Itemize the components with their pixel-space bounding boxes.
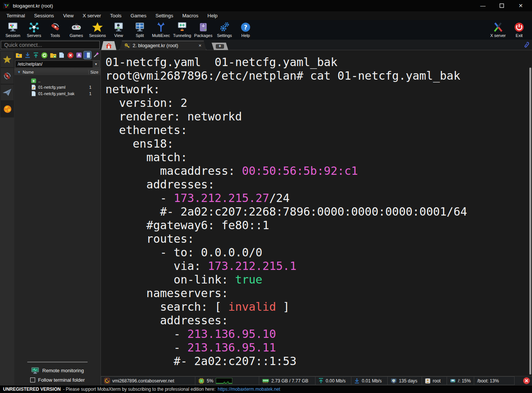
checkbox-icon[interactable]	[30, 378, 35, 382]
menu-games[interactable]: Games	[127, 12, 151, 19]
path-value: /etc/netplan/	[15, 62, 93, 67]
menu-terminal[interactable]: Terminal	[2, 12, 29, 19]
session-tab[interactable]: 2. blogagent.kr (root) ×	[119, 41, 206, 50]
paperclip-icon[interactable]	[524, 42, 529, 48]
session-label: Session	[5, 33, 20, 38]
upload-speed-icon	[319, 378, 323, 384]
help-button[interactable]: ? Help	[235, 21, 256, 38]
user-icon	[425, 378, 430, 384]
download-icon[interactable]	[24, 51, 31, 59]
panel-toggle-icon[interactable]	[84, 51, 91, 59]
servers-button[interactable]: Servers	[23, 21, 45, 38]
column-size-header[interactable]: Size	[88, 70, 101, 74]
file-row-yaml[interactable]: 01-netcfg.yaml 1	[14, 84, 101, 90]
vtab-sftp[interactable]	[0, 101, 14, 117]
terminal-scrollbar[interactable]	[529, 68, 531, 375]
menu-settings[interactable]: Settings	[152, 12, 178, 19]
new-tab-button[interactable]: +	[212, 43, 228, 50]
vtab-tools[interactable]	[0, 68, 14, 84]
status-uptime-text: 135 days	[399, 378, 418, 384]
maximize-button[interactable]	[493, 1, 510, 11]
footer-link[interactable]: https://mobaxterm.mobatek.net	[218, 387, 280, 392]
file-name: ..	[38, 79, 89, 83]
vtab-sessions[interactable]	[0, 51, 14, 68]
menu-tools[interactable]: Tools	[106, 12, 125, 19]
follow-terminal-folder-checkbox[interactable]: Follow terminal folder	[30, 377, 85, 383]
chevron-down-icon[interactable]: ▾	[93, 61, 99, 68]
multiexec-button[interactable]: MultiExec	[150, 21, 172, 38]
status-close-button[interactable]	[521, 376, 532, 385]
xserver-button[interactable]: X server	[487, 21, 509, 38]
remote-monitoring-label: Remote monitoring	[42, 368, 84, 373]
terminal-line: #- 2a02:c207:2268:7896:0000:0000:0000:00…	[105, 205, 532, 219]
terminal-pane[interactable]: 01-netcfg.yaml 01-netcfg.yaml_bakroot@vm…	[101, 50, 532, 376]
file-row-parent[interactable]: ..	[14, 77, 101, 84]
home-tab[interactable]	[101, 41, 116, 50]
terminal-line: - 213.136.95.10	[105, 327, 532, 341]
session-tab-close-icon[interactable]: ×	[198, 43, 202, 48]
menu-view[interactable]: View	[59, 12, 78, 19]
refresh-icon[interactable]	[41, 51, 48, 59]
remote-monitoring-button[interactable]: Remote monitoring	[31, 367, 84, 374]
sessions-star-icon	[92, 22, 103, 33]
terminal-line: on-link: true	[105, 273, 532, 287]
file-size: 1	[89, 85, 101, 89]
help-icon: ?	[240, 22, 251, 33]
quick-connect-input[interactable]	[1, 41, 100, 49]
exit-button[interactable]: Exit	[509, 21, 530, 38]
status-spacer	[515, 376, 521, 385]
new-file-icon[interactable]	[58, 51, 66, 59]
footer-text: - Please support MobaXterm by subscribin…	[63, 387, 216, 392]
tools-label: Tools	[50, 33, 60, 38]
delete-icon[interactable]	[66, 51, 74, 59]
terminal-line: routes:	[105, 232, 532, 246]
status-cpu: 5%	[195, 376, 259, 385]
vtab-macros[interactable]	[0, 84, 14, 101]
status-disk-boot-text: /boot: 13%	[477, 378, 499, 384]
settings-button[interactable]: Settings	[214, 21, 235, 38]
status-download-text: 0.01 Mb/s	[362, 378, 382, 384]
new-folder-icon[interactable]	[49, 51, 57, 59]
status-uptime: 135 days	[388, 376, 422, 385]
column-name-header[interactable]: ▼Name	[14, 70, 88, 74]
status-user: root	[422, 376, 447, 385]
host-logo-icon	[104, 378, 110, 384]
session-tab-label: 2. blogagent.kr (root)	[133, 43, 195, 48]
close-button[interactable]: ✕	[512, 1, 529, 11]
exit-icon	[513, 22, 525, 33]
minimize-button[interactable]: —	[475, 1, 491, 11]
split-button[interactable]: Split	[129, 21, 150, 38]
upload-icon[interactable]	[32, 51, 40, 59]
menu-macros[interactable]: Macros	[178, 12, 203, 19]
session-button[interactable]: Session	[2, 21, 23, 38]
menu-xserver[interactable]: X server	[79, 12, 105, 19]
path-dropdown[interactable]: /etc/netplan/ ▾	[15, 60, 100, 68]
disk-icon	[450, 378, 456, 383]
sidebar-divider	[27, 362, 88, 362]
unregistered-label: UNREGISTERED VERSION	[3, 387, 61, 392]
tunneling-button[interactable]: Tunneling	[172, 21, 193, 38]
settings-icon	[219, 22, 230, 33]
sessions-button[interactable]: Sessions	[87, 21, 108, 38]
file-list: .. 01-netcfg.yaml 1 01-netcfg.yaml_bak 1	[14, 76, 101, 359]
follow-folder-label: Follow terminal folder	[38, 377, 85, 383]
file-row-yaml-bak[interactable]: 01-netcfg.yaml_bak 1	[14, 90, 101, 97]
terminal-line: macaddress: 00:50:56:5b:92:c1	[105, 164, 532, 178]
view-button[interactable]: View	[108, 21, 129, 38]
folder-up-icon[interactable]	[15, 51, 23, 59]
encoding-icon[interactable]: A	[75, 51, 83, 59]
swiss-knife-icon	[3, 71, 12, 80]
menu-sessions[interactable]: Sessions	[30, 12, 58, 19]
split-label: Split	[136, 33, 144, 38]
games-button[interactable]: Games	[66, 21, 87, 38]
games-label: Games	[70, 33, 83, 38]
packages-button[interactable]: Packages	[193, 21, 214, 38]
terminal-line: renderer: networkd	[105, 110, 532, 123]
magic-wand-icon[interactable]	[92, 51, 100, 59]
menu-help[interactable]: Help	[203, 12, 222, 19]
tools-button[interactable]: Tools	[45, 21, 66, 38]
status-upload: 0.00 Mb/s	[315, 376, 351, 385]
view-label: View	[114, 33, 123, 38]
svg-text:?: ?	[244, 24, 247, 31]
terminal-line: search: [ invalid ]	[105, 300, 532, 314]
